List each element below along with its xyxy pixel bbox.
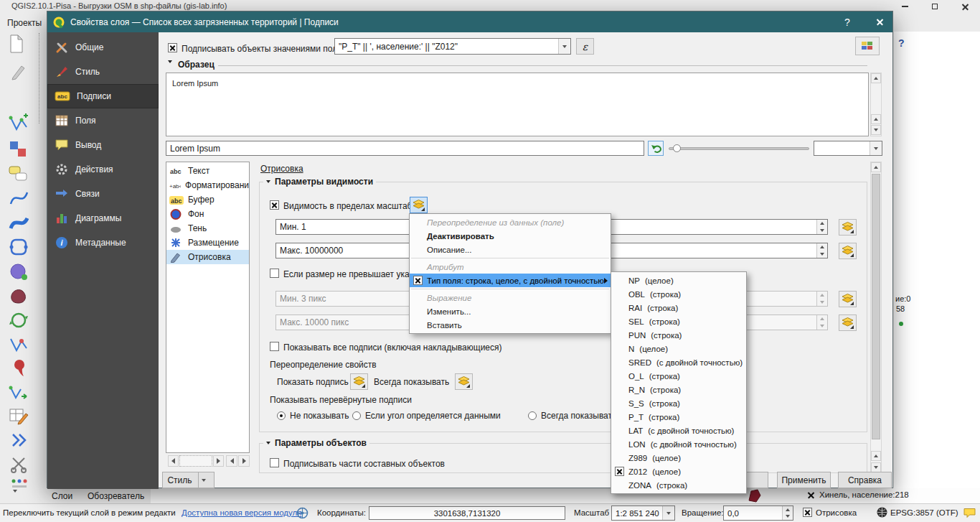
list-item-background[interactable]: Фон bbox=[166, 207, 249, 221]
style-dropdown-icon[interactable] bbox=[198, 472, 209, 488]
vertex-red-tool-button[interactable] bbox=[9, 335, 29, 357]
features-group-title[interactable]: Параметры объектов bbox=[263, 438, 369, 448]
submenu-item-SEL[interactable]: SEL(строка) bbox=[611, 314, 746, 328]
status-rotation-spinbox[interactable]: 0,0 bbox=[723, 505, 793, 521]
tab-layers[interactable]: Слои bbox=[52, 491, 72, 501]
new-project-button[interactable] bbox=[9, 34, 24, 55]
style-button[interactable]: Стиль bbox=[162, 472, 215, 488]
status-render-checkbox[interactable] bbox=[803, 508, 812, 517]
scale-visibility-checkbox[interactable] bbox=[270, 200, 279, 210]
size-limit-checkbox[interactable] bbox=[270, 269, 279, 278]
min-scale-override-button[interactable] bbox=[839, 219, 857, 236]
list-page-left-button[interactable] bbox=[226, 455, 237, 467]
scroll-down-button[interactable] bbox=[871, 125, 881, 135]
menu-item-edit[interactable]: Изменить... bbox=[410, 304, 611, 318]
sample-scale-combo[interactable] bbox=[814, 141, 882, 156]
help-button[interactable]: Справка bbox=[838, 472, 892, 488]
submenu-item-LON[interactable]: LON(с двойной точностью) bbox=[611, 437, 746, 451]
curve-tool-button[interactable] bbox=[9, 188, 29, 210]
submenu-item-SRED[interactable]: SRED(с двойной точностью) bbox=[611, 355, 746, 369]
expression-builder-button[interactable]: ε bbox=[576, 38, 594, 55]
radio-defined[interactable] bbox=[352, 411, 361, 420]
sidebar-item-actions[interactable]: Действия bbox=[47, 157, 159, 182]
shape-tool-button[interactable] bbox=[9, 261, 29, 284]
menu-item-deactivate[interactable]: Деактивировать bbox=[410, 229, 611, 243]
dialog-close-button[interactable] bbox=[865, 11, 894, 32]
submenu-item-P_T[interactable]: P_T(строка) bbox=[611, 410, 746, 424]
grid-edit-tool-button[interactable] bbox=[9, 406, 29, 429]
maximize-button[interactable] bbox=[920, 0, 950, 13]
expression-dropdown-icon[interactable] bbox=[558, 39, 570, 54]
submenu-item-OBL[interactable]: OBL(строка) bbox=[611, 287, 746, 301]
list-item-placement[interactable]: Размещение bbox=[166, 236, 249, 250]
label-tool-button[interactable] bbox=[9, 164, 29, 186]
blob-tool-button[interactable] bbox=[9, 286, 29, 308]
crs-icon[interactable] bbox=[877, 507, 887, 519]
expression-combo[interactable]: "P_T" || ', население:' || "Z012" bbox=[334, 38, 571, 55]
status-crs-label[interactable]: EPSG:3857 (OTF) bbox=[890, 508, 958, 517]
menu-item-description[interactable]: Описание... bbox=[410, 243, 611, 256]
refresh-tool-button[interactable] bbox=[9, 310, 29, 332]
visibility-group-title[interactable]: Параметры видимости bbox=[263, 177, 376, 187]
max-scale-down-icon[interactable] bbox=[817, 251, 827, 258]
max-px-override-button[interactable] bbox=[839, 314, 857, 331]
edit-tool-button[interactable] bbox=[10, 63, 27, 83]
sidebar-item-metadata[interactable]: iМетаданные bbox=[47, 230, 159, 255]
panel-scroll-down-button[interactable] bbox=[871, 462, 881, 472]
list-scroll-right-button[interactable] bbox=[213, 455, 224, 467]
sidebar-item-general[interactable]: Общие bbox=[47, 35, 159, 60]
list-item-buffer[interactable]: abcБуфер bbox=[166, 192, 249, 207]
list-item-text[interactable]: abcТекст bbox=[166, 164, 249, 178]
sidebar-item-style[interactable]: Стиль bbox=[47, 60, 159, 84]
submenu-item-R_N[interactable]: R_N(строка) bbox=[611, 383, 746, 396]
max-scale-override-button[interactable] bbox=[839, 243, 857, 259]
show-label-override-button[interactable] bbox=[350, 373, 368, 390]
menu-item-field-type[interactable]: Тип поля: строка, целое, с двойной точно… bbox=[410, 274, 611, 287]
sidebar-item-diagrams[interactable]: Диаграммы bbox=[47, 206, 159, 230]
scroll-up-button2[interactable] bbox=[871, 114, 881, 124]
vertex-arrow-tool-button[interactable] bbox=[9, 382, 29, 404]
tab-browser[interactable]: Обозреватель bbox=[88, 491, 144, 501]
sample-scale-dropdown-icon[interactable] bbox=[870, 141, 882, 155]
sidebar-item-fields[interactable]: Поля bbox=[47, 108, 159, 133]
menu-projects[interactable]: Проекты bbox=[7, 18, 42, 28]
sample-text-input[interactable]: Lorem Ipsum bbox=[166, 141, 644, 156]
vertex-tool-button[interactable] bbox=[9, 113, 29, 136]
max-scale-up-icon[interactable] bbox=[817, 243, 827, 251]
close-window-button[interactable] bbox=[950, 0, 980, 13]
always-show-override-button[interactable] bbox=[455, 373, 473, 390]
rotation-down-icon[interactable] bbox=[783, 513, 793, 521]
menu-item-paste[interactable]: Вставить bbox=[410, 318, 611, 332]
radio-always[interactable] bbox=[528, 411, 537, 420]
panel-scroll-up-button[interactable] bbox=[871, 162, 881, 172]
sample-zoom-slider[interactable] bbox=[669, 147, 809, 150]
auto-placement-settings-button[interactable] bbox=[855, 37, 880, 55]
submenu-item-Z012[interactable]: Z012(целое) bbox=[611, 465, 746, 478]
sidebar-item-joins[interactable]: Связи bbox=[47, 182, 159, 206]
slider-handle[interactable] bbox=[673, 144, 681, 152]
dialog-help-button[interactable]: ? bbox=[834, 11, 861, 32]
messages-icon[interactable] bbox=[963, 508, 976, 520]
list-scroll-track[interactable] bbox=[179, 455, 212, 467]
dialog-titlebar[interactable]: Свойства слоя — Список всех загрязненных… bbox=[47, 11, 892, 32]
toolbar-overflow-button[interactable] bbox=[13, 493, 17, 503]
min-scale-down-icon[interactable] bbox=[817, 227, 827, 234]
submenu-item-N[interactable]: N(целое) bbox=[611, 342, 746, 355]
apply-button[interactable]: Применить bbox=[777, 472, 831, 488]
multipart-checkbox[interactable] bbox=[270, 458, 279, 467]
show-all-labels-checkbox[interactable] bbox=[270, 342, 279, 351]
plugin-update-icon[interactable] bbox=[296, 507, 308, 521]
label-field-checkbox[interactable] bbox=[168, 43, 177, 52]
sidebar-item-labels[interactable]: abcПодписи bbox=[47, 84, 159, 108]
panel-scroll-thumb[interactable] bbox=[872, 174, 880, 439]
min-px-override-button[interactable] bbox=[839, 291, 857, 307]
min-scale-up-icon[interactable] bbox=[817, 220, 827, 227]
submenu-item-RAI[interactable]: RAI(строка) bbox=[611, 301, 746, 314]
comma-tool-button[interactable] bbox=[11, 358, 29, 381]
status-scale-combo[interactable]: 1:2 851 240 bbox=[611, 505, 675, 521]
undo-button[interactable] bbox=[648, 141, 664, 156]
sample-scrollbar[interactable] bbox=[870, 73, 882, 136]
node-tool-button[interactable] bbox=[9, 237, 29, 259]
list-item-formatting[interactable]: +ab<Форматировани bbox=[166, 178, 249, 192]
submenu-item-O_L[interactable]: O_L(строка) bbox=[611, 369, 746, 383]
